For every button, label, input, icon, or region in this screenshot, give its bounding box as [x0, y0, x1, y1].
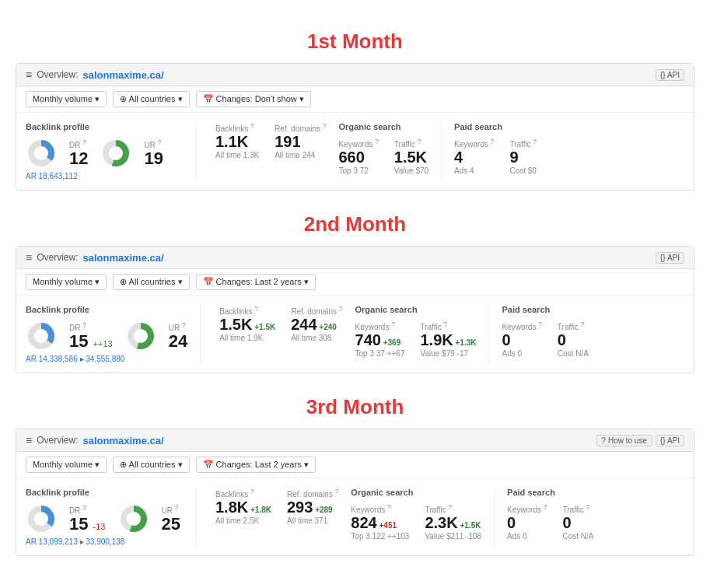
paid-ads-1: Ads 0: [502, 349, 541, 358]
countries-btn-0[interactable]: ⊕ All countries ▾: [113, 91, 189, 107]
svg-point-7: [134, 329, 148, 343]
countries-btn-2[interactable]: ⊕ All countries ▾: [113, 457, 189, 473]
organic-section-1: Organic search Keywords ? 740 +369 Top 3…: [343, 305, 490, 363]
card-header-0: ≡ Overview: salonmaxime.ca/ {} API: [16, 64, 694, 86]
backlinks-value-1: 1.5K +1.5K: [219, 316, 275, 334]
backlinks-col-0: Backlinks ? 1.1K All time 1.3K: [215, 122, 259, 180]
card-header-left-0: ≡ Overview: salonmaxime.ca/: [26, 68, 164, 81]
card-header-1: ≡ Overview: salonmaxime.ca/ {} API: [16, 247, 694, 269]
countries-btn-1[interactable]: ⊕ All countries ▾: [113, 274, 189, 290]
org-top3-1: Top 3 37 ++67: [355, 349, 405, 358]
ur-value-1: 24: [169, 332, 187, 351]
ref-domains-value-2: 293 +289: [287, 499, 338, 516]
site-link-1[interactable]: salonmaxime.ca/: [83, 252, 164, 264]
svg-point-11: [127, 512, 141, 526]
dr-value-2: 15 -13: [69, 515, 106, 534]
overview-label-2: Overview:: [37, 435, 78, 446]
ref-domains-value-0: 191: [275, 133, 326, 151]
backlink-profile-2: Backlink profile DR ? 15 -13: [26, 488, 197, 546]
ur-value-2: 25: [162, 515, 180, 534]
ur-label-1: UR ?: [169, 321, 187, 332]
dr-label-2: DR ?: [69, 504, 106, 515]
ar-line-0: AR 18,643,112: [26, 172, 184, 180]
paid-traffic-label-2: Traffic ?: [562, 503, 593, 514]
organic-title-0: Organic search: [338, 122, 428, 131]
card-header-right-2: ? How to use {} API: [596, 435, 684, 446]
dr-value-1: 15 ++13: [69, 332, 113, 351]
api-badge-2: {} API: [656, 435, 684, 446]
ref-domains-col-0: Ref. domains ? 191 All time 244: [275, 122, 326, 180]
org-value-2: Value $211 -108: [425, 532, 481, 541]
paid-section-2: Paid search Keywords ? 0 Ads 0 Traffic ?…: [495, 488, 606, 546]
backlinks-value-2: 1.8K +1.8K: [215, 499, 271, 516]
ur-label-0: UR ?: [144, 138, 163, 149]
ur-block-2: UR ? 25: [162, 504, 180, 534]
ar-line-2: AR 13,099,213 ▸ 33,900,138: [26, 537, 184, 546]
org-traffic-label-2: Traffic ?: [425, 503, 481, 514]
paid-traffic-col-0: Traffic ? 9 Cost $0: [509, 138, 537, 175]
org-traffic-col-2: Traffic ? 2.3K +1.5K Value $211 -108: [425, 503, 481, 541]
org-keywords-value-0: 660: [338, 149, 378, 166]
ref-domains-label-0: Ref. domains ?: [275, 122, 326, 133]
ur-block-1: UR ? 24: [169, 321, 187, 352]
paid-keywords-col-1: Keywords ? 0 Ads 0: [502, 320, 541, 358]
org-top3-0: Top 3 72: [338, 166, 378, 175]
dr-label-1: DR ?: [69, 321, 113, 332]
ref-domains-col-2: Ref. domains ? 293 +289 All time 371: [287, 488, 338, 546]
organic-row-0: Keywords ? 660 Top 3 72 Traffic ? 1.5K V…: [338, 138, 428, 175]
backlink-section-title-1: Backlink profile: [26, 305, 187, 314]
overview-label-1: Overview:: [37, 252, 78, 263]
backlinks-col-1: Backlinks ? 1.5K +1.5K All time 1.9K: [219, 305, 275, 363]
card-header-left-2: ≡ Overview: salonmaxime.ca/: [26, 434, 164, 446]
org-traffic-value-1: 1.9K +1.3K: [420, 331, 476, 349]
backlinks-col-2: Backlinks ? 1.8K +1.8K All time 2.5K: [215, 488, 271, 546]
paid-traffic-col-2: Traffic ? 0 Cost N/A: [562, 503, 593, 541]
ref-domains-value-1: 244 +240: [291, 316, 342, 334]
svg-point-9: [34, 512, 48, 526]
org-traffic-value-0: 1.5K: [394, 149, 428, 166]
volume-btn-2[interactable]: Monthly volume ▾: [26, 457, 107, 473]
ref-domains-label-1: Ref. domains ?: [291, 305, 342, 316]
volume-btn-0[interactable]: Monthly volume ▾: [26, 91, 107, 107]
month-heading-1: 2nd Month: [16, 212, 694, 236]
backlinks-alltime-2: All time 2.5K: [215, 516, 271, 525]
org-top3-2: Top 3 122 ++103: [351, 532, 409, 541]
paid-keywords-col-2: Keywords ? 0 Ads 0: [507, 503, 547, 541]
org-traffic-label-1: Traffic ?: [420, 320, 476, 331]
howto-button[interactable]: ? How to use: [596, 435, 652, 446]
card-header-right-0: {} API: [656, 69, 684, 81]
org-keywords-col-0: Keywords ? 660 Top 3 72: [338, 138, 378, 175]
paid-traffic-label-1: Traffic ?: [558, 320, 589, 331]
svg-point-1: [34, 146, 48, 160]
changes-btn-2[interactable]: 📅 Changes: Last 2 years ▾: [196, 457, 316, 473]
card-toolbar-1: Monthly volume ▾ ⊕ All countries ▾ 📅 Cha…: [16, 269, 694, 296]
changes-btn-1[interactable]: 📅 Changes: Last 2 years ▾: [196, 274, 316, 290]
organic-title-1: Organic search: [355, 305, 477, 314]
volume-btn-1[interactable]: Monthly volume ▾: [26, 274, 107, 290]
paid-keywords-label-2: Keywords ?: [507, 503, 547, 514]
paid-keywords-label-0: Keywords ?: [454, 138, 494, 149]
dr-label-0: DR ?: [69, 138, 88, 149]
paid-title-0: Paid search: [454, 122, 537, 131]
paid-title-2: Paid search: [507, 488, 593, 497]
org-traffic-col-1: Traffic ? 1.9K +1.3K Value $79 -17: [420, 320, 476, 358]
changes-btn-0[interactable]: 📅 Changes: Don't show ▾: [196, 91, 311, 107]
paid-keywords-label-1: Keywords ?: [502, 320, 541, 331]
paid-title-1: Paid search: [502, 305, 588, 314]
ref-domains-col-1: Ref. domains ? 244 +240 All time 308: [291, 305, 342, 363]
site-link-2[interactable]: salonmaxime.ca/: [83, 435, 164, 446]
paid-traffic-label-0: Traffic ?: [509, 138, 537, 149]
ur-label-2: UR ?: [162, 504, 180, 515]
month-heading-2: 3rd Month: [16, 395, 694, 419]
site-link-0[interactable]: salonmaxime.ca/: [83, 69, 164, 81]
ahrefs-card-2: ≡ Overview: salonmaxime.ca/ ? How to use…: [16, 429, 694, 556]
org-value-0: Value $70: [394, 166, 428, 175]
paid-row-0: Keywords ? 4 Ads 4 Traffic ? 9 Cost $0: [454, 138, 537, 175]
paid-traffic-col-1: Traffic ? 0 Cost N/A: [558, 320, 589, 358]
card-body-1: Backlink profile DR ? 15 ++13: [16, 296, 694, 373]
ref-domains-alltime-2: All time 371: [287, 516, 338, 525]
backlink-stats-0: Backlinks ? 1.1K All time 1.3K Ref. doma…: [215, 122, 326, 180]
org-keywords-value-2: 824 +451: [351, 514, 409, 532]
card-header-left-1: ≡ Overview: salonmaxime.ca/: [26, 251, 164, 264]
svg-point-3: [109, 146, 123, 160]
